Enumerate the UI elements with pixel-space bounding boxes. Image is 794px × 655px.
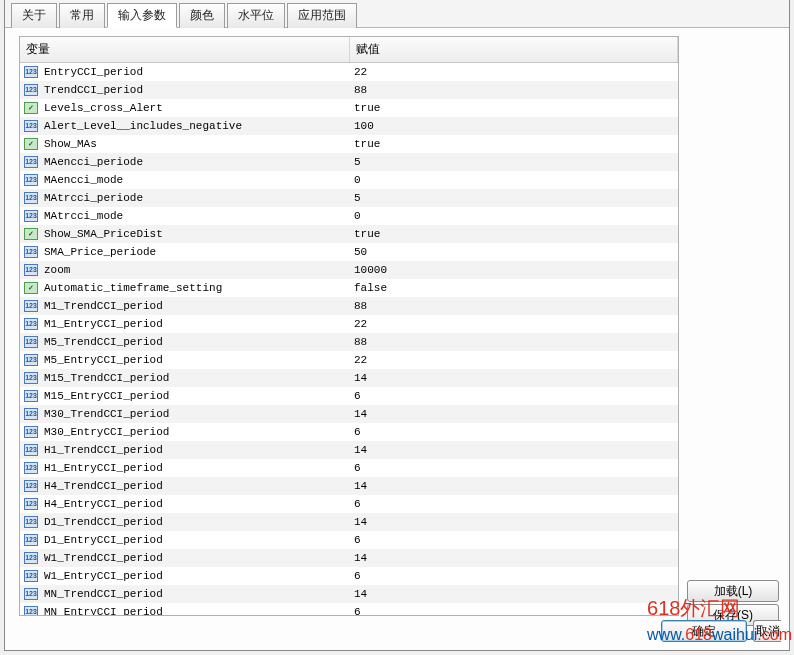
int-type-icon: 123 bbox=[24, 408, 38, 420]
parameter-row[interactable]: 123M5_EntryCCI_period22 bbox=[20, 351, 678, 369]
parameter-value[interactable]: 6 bbox=[348, 426, 678, 438]
int-type-icon: 123 bbox=[24, 318, 38, 330]
parameter-value[interactable]: 14 bbox=[348, 372, 678, 384]
parameter-value[interactable]: 14 bbox=[348, 408, 678, 420]
parameter-value[interactable]: 6 bbox=[348, 606, 678, 616]
parameter-row[interactable]: 123MN_EntryCCI_period6 bbox=[20, 603, 678, 616]
parameter-value[interactable]: 5 bbox=[348, 156, 678, 168]
parameter-row[interactable]: 123W1_TrendCCI_period14 bbox=[20, 549, 678, 567]
parameter-value[interactable]: true bbox=[348, 138, 678, 150]
parameter-row[interactable]: 123MN_TrendCCI_period14 bbox=[20, 585, 678, 603]
parameter-row[interactable]: 123D1_EntryCCI_period6 bbox=[20, 531, 678, 549]
parameter-row[interactable]: ✓Automatic_timeframe_settingfalse bbox=[20, 279, 678, 297]
cancel-button[interactable]: 取消 bbox=[753, 620, 781, 642]
int-type-icon: 123 bbox=[24, 498, 38, 510]
parameter-value[interactable]: 88 bbox=[348, 84, 678, 96]
parameter-row[interactable]: ✓Levels_cross_Alerttrue bbox=[20, 99, 678, 117]
parameter-value[interactable]: 5 bbox=[348, 192, 678, 204]
parameter-value[interactable]: true bbox=[348, 228, 678, 240]
parameter-row[interactable]: 123MAtrcci_mode0 bbox=[20, 207, 678, 225]
parameter-value[interactable]: 6 bbox=[348, 462, 678, 474]
parameter-name: zoom bbox=[42, 264, 348, 276]
parameter-row[interactable]: 123M1_EntryCCI_period22 bbox=[20, 315, 678, 333]
parameters-grid[interactable]: 变量 赋值 123EntryCCI_period22123TrendCCI_pe… bbox=[19, 36, 679, 616]
parameter-name: Levels_cross_Alert bbox=[42, 102, 348, 114]
parameter-row[interactable]: 123M1_TrendCCI_period88 bbox=[20, 297, 678, 315]
int-type-icon: 123 bbox=[24, 606, 38, 616]
parameter-value[interactable]: 6 bbox=[348, 498, 678, 510]
footer: 确定 取消 bbox=[5, 616, 789, 646]
bool-type-icon: ✓ bbox=[24, 138, 38, 150]
parameter-row[interactable]: 123EntryCCI_period22 bbox=[20, 63, 678, 81]
parameter-name: M5_TrendCCI_period bbox=[42, 336, 348, 348]
parameter-name: H4_EntryCCI_period bbox=[42, 498, 348, 510]
tab-about[interactable]: 关于 bbox=[11, 3, 57, 28]
column-header-value[interactable]: 赋值 bbox=[350, 37, 678, 62]
parameter-name: MN_TrendCCI_period bbox=[42, 588, 348, 600]
parameter-row[interactable]: 123Alert_Level__includes_negative100 bbox=[20, 117, 678, 135]
parameter-value[interactable]: 88 bbox=[348, 336, 678, 348]
parameter-value[interactable]: 100 bbox=[348, 120, 678, 132]
parameter-value[interactable]: 14 bbox=[348, 588, 678, 600]
parameter-row[interactable]: 123M30_EntryCCI_period6 bbox=[20, 423, 678, 441]
parameter-row[interactable]: ✓Show_MAstrue bbox=[20, 135, 678, 153]
parameter-value[interactable]: 50 bbox=[348, 246, 678, 258]
tab-inputs[interactable]: 输入参数 bbox=[107, 3, 177, 28]
parameter-name: M15_EntryCCI_period bbox=[42, 390, 348, 402]
parameter-value[interactable]: 6 bbox=[348, 534, 678, 546]
parameter-name: M1_TrendCCI_period bbox=[42, 300, 348, 312]
content-area: 变量 赋值 123EntryCCI_period22123TrendCCI_pe… bbox=[5, 28, 789, 620]
parameter-row[interactable]: 123MAencci_mode0 bbox=[20, 171, 678, 189]
parameter-row[interactable]: 123zoom10000 bbox=[20, 261, 678, 279]
parameter-name: M30_TrendCCI_period bbox=[42, 408, 348, 420]
int-type-icon: 123 bbox=[24, 66, 38, 78]
tab-common[interactable]: 常用 bbox=[59, 3, 105, 28]
parameter-value[interactable]: 14 bbox=[348, 444, 678, 456]
parameter-row[interactable]: 123MAtrcci_periode5 bbox=[20, 189, 678, 207]
parameter-name: Automatic_timeframe_setting bbox=[42, 282, 348, 294]
int-type-icon: 123 bbox=[24, 426, 38, 438]
tab-levels[interactable]: 水平位 bbox=[227, 3, 285, 28]
parameter-value[interactable]: 0 bbox=[348, 174, 678, 186]
parameter-value[interactable]: false bbox=[348, 282, 678, 294]
int-type-icon: 123 bbox=[24, 534, 38, 546]
int-type-icon: 123 bbox=[24, 336, 38, 348]
parameter-row[interactable]: 123H4_EntryCCI_period6 bbox=[20, 495, 678, 513]
tab-colors[interactable]: 颜色 bbox=[179, 3, 225, 28]
parameter-row[interactable]: ✓Show_SMA_PriceDisttrue bbox=[20, 225, 678, 243]
column-header-variable[interactable]: 变量 bbox=[20, 37, 350, 62]
tab-apply[interactable]: 应用范围 bbox=[287, 3, 357, 28]
parameter-value[interactable]: 22 bbox=[348, 354, 678, 366]
parameter-row[interactable]: 123M30_TrendCCI_period14 bbox=[20, 405, 678, 423]
parameter-row[interactable]: 123M5_TrendCCI_period88 bbox=[20, 333, 678, 351]
parameter-value[interactable]: 88 bbox=[348, 300, 678, 312]
parameter-value[interactable]: 14 bbox=[348, 516, 678, 528]
parameter-row[interactable]: 123SMA_Price_periode50 bbox=[20, 243, 678, 261]
parameter-value[interactable]: 0 bbox=[348, 210, 678, 222]
parameter-value[interactable]: 10000 bbox=[348, 264, 678, 276]
parameter-row[interactable]: 123W1_EntryCCI_period6 bbox=[20, 567, 678, 585]
ok-button[interactable]: 确定 bbox=[661, 620, 747, 642]
parameter-name: W1_EntryCCI_period bbox=[42, 570, 348, 582]
parameter-row[interactable]: 123M15_TrendCCI_period14 bbox=[20, 369, 678, 387]
int-type-icon: 123 bbox=[24, 462, 38, 474]
parameter-row[interactable]: 123D1_TrendCCI_period14 bbox=[20, 513, 678, 531]
load-button[interactable]: 加载(L) bbox=[687, 580, 779, 602]
parameter-value[interactable]: 6 bbox=[348, 570, 678, 582]
parameter-value[interactable]: 14 bbox=[348, 552, 678, 564]
parameter-row[interactable]: 123H4_TrendCCI_period14 bbox=[20, 477, 678, 495]
parameter-row[interactable]: 123TrendCCI_period88 bbox=[20, 81, 678, 99]
parameter-row[interactable]: 123H1_TrendCCI_period14 bbox=[20, 441, 678, 459]
parameter-row[interactable]: 123M15_EntryCCI_period6 bbox=[20, 387, 678, 405]
parameter-value[interactable]: 14 bbox=[348, 480, 678, 492]
grid-body[interactable]: 123EntryCCI_period22123TrendCCI_period88… bbox=[20, 63, 678, 616]
parameter-row[interactable]: 123H1_EntryCCI_period6 bbox=[20, 459, 678, 477]
parameter-value[interactable]: 22 bbox=[348, 66, 678, 78]
int-type-icon: 123 bbox=[24, 372, 38, 384]
parameter-row[interactable]: 123MAencci_periode5 bbox=[20, 153, 678, 171]
int-type-icon: 123 bbox=[24, 444, 38, 456]
parameter-value[interactable]: 6 bbox=[348, 390, 678, 402]
parameter-value[interactable]: true bbox=[348, 102, 678, 114]
parameter-value[interactable]: 22 bbox=[348, 318, 678, 330]
int-type-icon: 123 bbox=[24, 480, 38, 492]
